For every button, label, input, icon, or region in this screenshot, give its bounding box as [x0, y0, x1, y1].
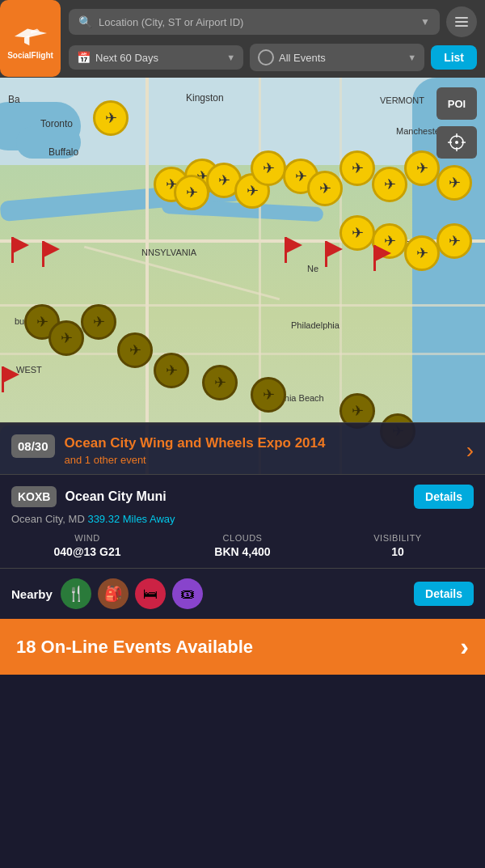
plane-marker-dark[interactable]: ✈	[81, 304, 116, 340]
plane-marker[interactable]: ✈	[307, 171, 343, 206]
nearby-details-button[interactable]: Details	[414, 582, 474, 606]
map-label-kingston: Kingston	[186, 92, 224, 104]
poi-button[interactable]: POI	[436, 87, 477, 120]
event-chevron[interactable]: ›	[466, 434, 474, 464]
airport-details-button[interactable]: Details	[414, 485, 474, 509]
bottom-banner-text: 18 On-Line Events Available	[16, 637, 253, 658]
event-subtitle: and 1 other event	[65, 454, 457, 466]
weather-grid: WIND 040@13 G21 CLOUDS BKN 4,400 VISIBIL…	[11, 533, 474, 558]
airport-city: Ocean City, MD	[11, 513, 85, 525]
plane-marker[interactable]: ✈	[340, 150, 375, 186]
plane-marker[interactable]: ✈	[436, 223, 472, 259]
svg-rect-11	[2, 366, 4, 392]
road-v1	[146, 78, 149, 474]
svg-marker-2	[44, 241, 60, 257]
road-h2	[0, 304, 485, 307]
svg-rect-3	[42, 241, 44, 267]
toggle-icon	[258, 49, 274, 66]
nearby-icons: 🍴 🎒 🛏 🎟	[61, 578, 406, 609]
airport-distance: 339.32 Miles Away	[87, 513, 175, 525]
bottom-banner[interactable]: 18 On-Line Events Available ›	[0, 619, 485, 675]
app-logo: SocialFlight	[0, 0, 61, 77]
filter-row: 📅 Next 60 Days ▼ All Events ▼ List	[69, 44, 477, 71]
plane-marker[interactable]: ✈	[436, 165, 472, 201]
road-v2	[259, 78, 261, 474]
event-card: 08/30 Ocean City Wing and Wheels Expo 20…	[0, 422, 485, 474]
airport-location: Ocean City, MD 339.32 Miles Away	[11, 513, 474, 525]
search-placeholder: Location (City, ST or Airport ID)	[99, 16, 243, 28]
hotel-icon[interactable]: 🛏	[135, 578, 166, 609]
search-dropdown-arrow: ▼	[420, 16, 430, 28]
brand-name: SocialFlight	[7, 51, 53, 60]
plane-marker-dark[interactable]: ✈	[154, 353, 189, 388]
date-filter-arrow: ▼	[226, 53, 235, 62]
event-filter-button[interactable]: All Events ▼	[250, 44, 424, 71]
wind-label: WIND 040@13 G21	[11, 533, 163, 558]
airport-id: KOXB	[11, 486, 57, 507]
list-view-button[interactable]: List	[431, 45, 477, 70]
plane-marker-dark[interactable]: ✈	[117, 332, 153, 368]
airport-row: KOXB Ocean City Muni Details	[11, 485, 474, 509]
date-filter-label: Next 60 Days	[95, 52, 158, 64]
plane-marker[interactable]: ✈	[372, 167, 407, 202]
plane-marker[interactable]: ✈	[174, 175, 209, 210]
food-icon[interactable]: 🍴	[61, 578, 91, 609]
svg-marker-6	[327, 241, 343, 257]
map-area[interactable]: Ba Toronto Kingston VERMONT Buffalo Manc…	[0, 78, 485, 474]
event-filter-label: All Events	[279, 52, 326, 64]
clouds-label: CLOUDS BKN 4,400	[167, 533, 318, 558]
flag-marker[interactable]	[40, 239, 63, 269]
svg-marker-8	[375, 245, 391, 261]
flag-marker[interactable]	[372, 243, 394, 273]
top-bar: 🔍 Location (City, ST or Airport ID) ▼ 📅 …	[0, 0, 485, 78]
date-filter-button[interactable]: 📅 Next 60 Days ▼	[69, 45, 243, 70]
search-row: 🔍 Location (City, ST or Airport ID) ▼	[69, 6, 477, 37]
search-box[interactable]: 🔍 Location (City, ST or Airport ID) ▼	[69, 9, 440, 35]
airport-card: KOXB Ocean City Muni Details Ocean City,…	[0, 474, 485, 568]
hamburger-icon	[455, 17, 468, 27]
flag-marker[interactable]	[283, 235, 306, 265]
map-label-pennsylvania: NNSYLVANIA	[141, 248, 196, 257]
events-icon[interactable]: 🎟	[172, 578, 203, 609]
search-icon: 🔍	[78, 15, 92, 28]
map-label-buffalo: Buffalo	[48, 146, 78, 158]
airport-name: Ocean City Muni	[65, 489, 406, 504]
svg-rect-9	[373, 245, 376, 271]
map-label: Ba	[8, 94, 20, 105]
plane-marker[interactable]: ✈	[404, 235, 440, 271]
event-date: 08/30	[11, 434, 55, 458]
event-filter-arrow: ▼	[407, 53, 416, 62]
map-label-toronto: Toronto	[40, 118, 73, 129]
event-title: Ocean City Wing and Wheels Expo 2014	[65, 434, 457, 452]
svg-marker-4	[286, 237, 302, 253]
event-info: Ocean City Wing and Wheels Expo 2014 and…	[65, 434, 457, 466]
menu-button[interactable]	[446, 6, 477, 37]
svg-rect-5	[285, 237, 287, 263]
map-label-philadelphia: Philadelphia	[291, 320, 340, 330]
svg-marker-0	[13, 237, 29, 253]
map-label-manchester: Manchester	[396, 126, 442, 136]
shopping-icon[interactable]: 🎒	[98, 578, 129, 609]
flag-marker[interactable]	[323, 239, 346, 269]
plane-marker-dark[interactable]: ✈	[48, 320, 84, 356]
svg-rect-1	[11, 237, 14, 263]
map-label-ne: Ne	[307, 264, 318, 273]
calendar-icon: 📅	[77, 51, 91, 64]
map-label-vermont: VERMONT	[380, 95, 424, 105]
plane-marker[interactable]: ✈	[404, 150, 440, 186]
crosshair-button[interactable]	[436, 126, 477, 159]
svg-marker-10	[3, 366, 19, 383]
plane-marker[interactable]: ✈	[93, 100, 129, 136]
nearby-bar: Nearby 🍴 🎒 🛏 🎟 Details	[0, 568, 485, 619]
flag-marker[interactable]	[10, 235, 32, 265]
bottom-banner-arrow: ›	[460, 632, 469, 662]
nearby-label: Nearby	[11, 587, 53, 601]
visibility-label: VISIBILITY 10	[322, 533, 474, 558]
plane-marker-dark[interactable]: ✈	[251, 377, 286, 413]
plane-marker[interactable]: ✈	[251, 150, 286, 186]
svg-rect-7	[325, 241, 327, 267]
plane-marker-dark[interactable]: ✈	[202, 365, 238, 400]
flag-marker[interactable]	[0, 365, 23, 394]
svg-point-13	[455, 141, 458, 144]
